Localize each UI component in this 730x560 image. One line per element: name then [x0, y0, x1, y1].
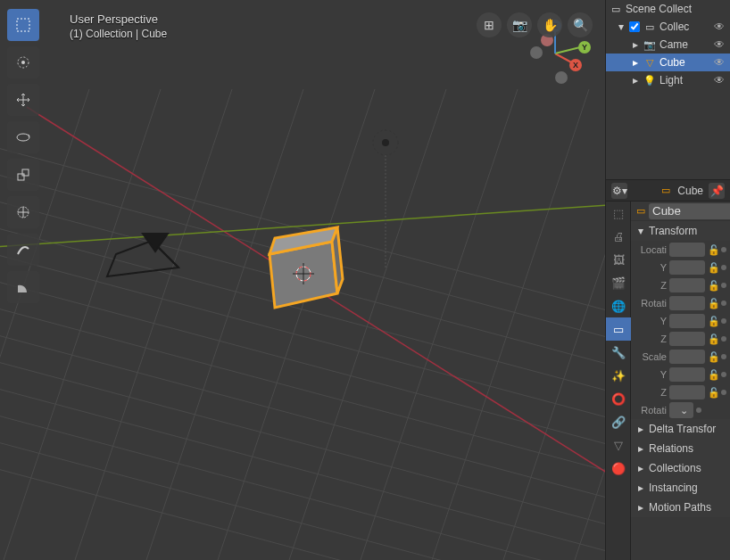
delta-panel-header[interactable]: ▸Delta Transfor [631, 419, 730, 439]
camera-view-icon[interactable]: 📷 [507, 12, 532, 37]
tab-modifiers[interactable]: 🔧 [606, 341, 631, 364]
location-z-field[interactable] [669, 278, 705, 292]
panel-title: Instancing [649, 482, 698, 494]
breadcrumb-label: Cube [677, 185, 703, 197]
viewport-3d[interactable]: User Perspective (1) Collection | Cube ⊞… [0, 0, 605, 560]
lock-icon[interactable]: 🔓 [708, 351, 718, 363]
right-column: ▭ Scene Collect ▾ ▭ Collec 👁 ▸ 📷 Came 👁 … [605, 0, 730, 560]
location-y-field[interactable] [669, 260, 705, 275]
object-name-input[interactable] [649, 203, 730, 219]
move-tool[interactable] [7, 84, 39, 116]
rotation-z-field[interactable] [669, 332, 705, 346]
visibility-eye-icon[interactable]: 👁 [714, 21, 726, 33]
svg-line-15 [54, 89, 232, 560]
gizmo-neg-axis[interactable] [530, 46, 543, 59]
scale-y-field[interactable] [669, 367, 705, 382]
outliner-light-row[interactable]: ▸ 💡 Light 👁 [606, 71, 730, 89]
expand-icon[interactable]: ▸ [633, 56, 640, 69]
cursor-tool[interactable] [7, 46, 39, 78]
lock-icon[interactable]: 🔓 [708, 334, 718, 345]
toolbar-left [7, 9, 39, 303]
lock-icon[interactable]: 🔓 [708, 298, 718, 309]
lock-icon[interactable]: 🔓 [708, 387, 718, 399]
instancing-panel-header[interactable]: ▸Instancing [631, 478, 730, 498]
viewport-overlay-buttons: ⊞ 📷 ✋ 🔍 [477, 12, 593, 37]
relations-panel-header[interactable]: ▸Relations [631, 439, 730, 458]
panel-title: Delta Transfor [649, 423, 716, 435]
select-box-tool[interactable] [7, 9, 39, 41]
lock-icon[interactable]: 🔓 [708, 316, 718, 327]
viewport-header-info: User Perspective (1) Collection | Cube [70, 12, 167, 40]
expand-icon: ▸ [638, 501, 645, 514]
anim-dot[interactable] [721, 283, 726, 288]
axis-label: Z [635, 334, 667, 344]
scale-x-field[interactable] [669, 350, 705, 364]
anim-dot[interactable] [721, 336, 726, 342]
outliner-item-label: Came [659, 38, 688, 51]
outliner-cube-row[interactable]: ▸ ▽ Cube 👁 [606, 54, 730, 71]
editor-type-dropdown[interactable]: ⚙▾ [611, 183, 627, 199]
anim-dot[interactable] [721, 301, 726, 306]
lock-icon[interactable]: 🔓 [708, 244, 718, 256]
tab-scene[interactable]: 🎬 [606, 271, 631, 294]
anim-dot[interactable] [721, 318, 726, 324]
rotate-tool[interactable] [7, 121, 39, 153]
visibility-eye-icon[interactable]: 👁 [714, 74, 726, 86]
collection-checkbox[interactable] [629, 21, 640, 32]
tab-view-layer[interactable]: 🖼 [606, 248, 631, 271]
gizmo-x-axis[interactable]: X [569, 59, 582, 71]
gizmo-neg-axis2[interactable] [555, 71, 568, 84]
expand-icon[interactable]: ▾ [618, 21, 626, 33]
outliner-collection-row[interactable]: ▾ ▭ Collec 👁 [606, 18, 730, 36]
tab-particles[interactable]: ✨ [606, 364, 631, 387]
grid-overlay-icon[interactable]: ⊞ [477, 12, 502, 37]
tab-material[interactable]: 🔴 [606, 457, 631, 480]
svg-line-20 [411, 89, 589, 560]
transform-tool[interactable] [7, 196, 39, 228]
tab-physics[interactable]: ⭕ [606, 387, 631, 410]
anim-dot[interactable] [721, 372, 726, 377]
svg-point-34 [21, 61, 25, 64]
lock-icon[interactable]: 🔓 [708, 369, 718, 381]
rotation-x-field[interactable] [669, 296, 705, 310]
svg-line-7 [0, 366, 605, 560]
collections-panel-header[interactable]: ▸Collections [631, 458, 730, 478]
anim-dot[interactable] [721, 354, 726, 359]
rotation-mode-dropdown[interactable]: ⌄ [669, 402, 693, 418]
anim-dot[interactable] [696, 408, 701, 413]
panel-title: Relations [649, 442, 693, 455]
tab-world[interactable]: 🌐 [606, 294, 631, 317]
measure-tool[interactable] [7, 271, 39, 303]
pin-icon[interactable]: 📌 [709, 183, 725, 199]
motion-panel-header[interactable]: ▸Motion Paths [631, 498, 730, 517]
expand-icon[interactable]: ▸ [633, 74, 640, 86]
anim-dot[interactable] [721, 265, 726, 270]
tab-object[interactable]: ▭ [606, 317, 631, 341]
outliner-camera-row[interactable]: ▸ 📷 Came 👁 [606, 36, 730, 54]
tab-render[interactable]: ⬚ [606, 202, 631, 225]
tab-constraints[interactable]: 🔗 [606, 410, 631, 433]
tab-output[interactable]: 🖨 [606, 225, 631, 248]
lock-icon[interactable]: 🔓 [708, 280, 718, 292]
location-x-field[interactable] [669, 243, 705, 257]
outliner-scene-row[interactable]: ▭ Scene Collect [606, 0, 730, 18]
gizmo-y-axis[interactable]: Y [578, 41, 591, 54]
scale-z-field[interactable] [669, 385, 705, 399]
properties-header: ⚙▾ ▭ Cube 📌 [606, 180, 730, 202]
visibility-eye-icon[interactable]: 👁 [714, 56, 726, 69]
transform-panel-header[interactable]: ▾ Transform [631, 221, 730, 241]
lock-icon[interactable]: 🔓 [708, 262, 718, 274]
svg-rect-32 [17, 19, 29, 31]
visibility-eye-icon[interactable]: 👁 [714, 38, 726, 51]
panel-title: Motion Paths [649, 501, 711, 514]
anim-dot[interactable] [721, 390, 726, 395]
scale-tool[interactable] [7, 159, 39, 191]
expand-icon[interactable]: ▸ [633, 38, 640, 51]
chevron-down-icon: ⌄ [680, 405, 688, 416]
zoom-icon[interactable]: 🔍 [568, 12, 593, 37]
rotation-y-field[interactable] [669, 314, 705, 328]
annotate-tool[interactable] [7, 234, 39, 266]
pan-icon[interactable]: ✋ [537, 12, 562, 37]
tab-data[interactable]: ▽ [606, 433, 631, 457]
anim-dot[interactable] [721, 247, 726, 252]
